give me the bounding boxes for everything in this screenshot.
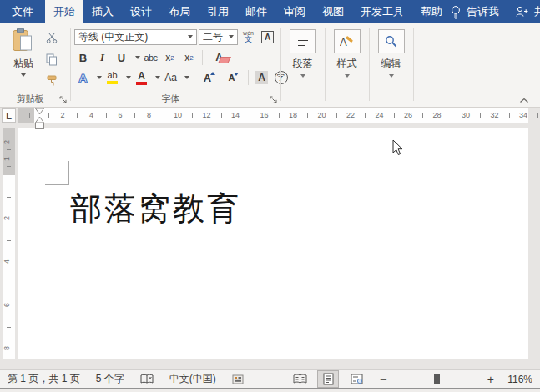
ruler-tick bbox=[7, 284, 11, 284]
change-case-caret-icon[interactable] bbox=[184, 76, 189, 79]
zoom-slider-handle[interactable] bbox=[434, 374, 440, 384]
ruler-number: 28 bbox=[432, 111, 441, 120]
tab-开发工具[interactable]: 开发工具 bbox=[352, 0, 412, 23]
character-shading-button[interactable]: A bbox=[253, 69, 270, 86]
bold-button[interactable]: B bbox=[74, 49, 92, 66]
separator bbox=[248, 70, 249, 85]
zoom-out-button[interactable]: − bbox=[380, 372, 387, 386]
ribbon-tab-bar: 文件 开始插入设计布局引用邮件审阅视图开发工具帮助 告诉我 共享 bbox=[0, 0, 540, 23]
cut-button[interactable] bbox=[42, 28, 62, 47]
ruler-tick bbox=[509, 113, 510, 118]
tab-邮件[interactable]: 邮件 bbox=[237, 0, 275, 23]
subscript-button[interactable]: x2 bbox=[161, 49, 179, 66]
paragraph-group-button[interactable]: 段落 bbox=[281, 23, 324, 107]
font-dialog-launcher-icon[interactable] bbox=[269, 95, 278, 104]
ruler-tick bbox=[452, 113, 452, 118]
zoom-in-button[interactable]: + bbox=[487, 373, 494, 386]
shrink-font-icon: A bbox=[229, 73, 235, 83]
text-effects-caret-icon[interactable] bbox=[97, 76, 102, 79]
clear-formatting-button[interactable]: A bbox=[210, 49, 228, 66]
macro-record-button[interactable] bbox=[232, 374, 244, 384]
tab-帮助[interactable]: 帮助 bbox=[412, 0, 451, 23]
highlight-icon: ab bbox=[107, 71, 118, 84]
ruler-tick bbox=[394, 113, 395, 118]
group-divider bbox=[413, 28, 414, 101]
collapse-ribbon-chevron-icon[interactable] bbox=[519, 98, 529, 103]
web-layout-icon bbox=[351, 374, 363, 384]
ruler-number: 8 bbox=[3, 346, 11, 350]
text-effects-button[interactable]: A bbox=[74, 69, 92, 86]
highlight-button[interactable]: ab bbox=[103, 69, 121, 86]
paste-dropdown-caret[interactable] bbox=[21, 73, 26, 77]
tab-file[interactable]: 文件 bbox=[0, 0, 45, 23]
ruler-margin-zone bbox=[18, 108, 34, 123]
ruler-row: L 246810121416182022242628303234 bbox=[0, 108, 540, 125]
paste-button[interactable]: 粘贴 bbox=[7, 28, 40, 93]
document-text[interactable]: 部落窝教育 bbox=[70, 188, 241, 230]
zoom-level[interactable]: 116% bbox=[502, 374, 532, 385]
tab-布局[interactable]: 布局 bbox=[160, 0, 199, 23]
horizontal-ruler[interactable]: 246810121416182022242628303234 bbox=[18, 108, 528, 123]
character-border-button[interactable]: A bbox=[259, 28, 276, 45]
page-indicator[interactable]: 第 1 页，共 1 页 bbox=[8, 372, 80, 386]
ruler-number: 2 bbox=[3, 140, 11, 144]
ruler-number: 10 bbox=[174, 111, 182, 120]
ruler-tick bbox=[307, 113, 308, 118]
language-indicator[interactable]: 中文(中国) bbox=[169, 372, 216, 386]
zoom-slider[interactable] bbox=[394, 374, 481, 384]
ruler-tick bbox=[164, 113, 164, 118]
font-name-caret-icon[interactable] bbox=[188, 35, 193, 38]
tell-me-label[interactable]: 告诉我 bbox=[467, 4, 499, 19]
tab-视图[interactable]: 视图 bbox=[314, 0, 352, 23]
ruler-tick bbox=[250, 113, 250, 118]
ruler-number: 14 bbox=[231, 111, 240, 120]
styles-icon: A bbox=[340, 35, 354, 48]
editing-group-button[interactable]: 编辑 bbox=[370, 23, 412, 107]
tab-stop-selector[interactable]: L bbox=[2, 108, 16, 123]
ruler-tick bbox=[192, 113, 193, 118]
vertical-ruler[interactable]: 212468 bbox=[3, 128, 15, 359]
underline-caret-icon[interactable] bbox=[135, 56, 140, 59]
ruler-tick bbox=[48, 113, 49, 118]
change-case-button[interactable]: Aa bbox=[162, 69, 179, 86]
ruler-number: 32 bbox=[490, 111, 498, 120]
tab-设计[interactable]: 设计 bbox=[122, 0, 160, 23]
indent-markers[interactable] bbox=[34, 108, 45, 130]
underline-button[interactable]: U bbox=[113, 49, 130, 66]
mouse-cursor-icon bbox=[392, 139, 403, 156]
font-color-caret-icon[interactable] bbox=[155, 76, 160, 79]
read-mode-button[interactable] bbox=[290, 371, 310, 387]
font-size-combo[interactable]: 二号 bbox=[199, 29, 238, 45]
share-button[interactable]: 共享 bbox=[534, 4, 540, 19]
word-count[interactable]: 5 个字 bbox=[96, 372, 124, 386]
ruler-tick bbox=[29, 113, 30, 118]
document-page[interactable]: 部落窝教育 bbox=[18, 128, 528, 359]
styles-group-label: 样式 bbox=[337, 57, 357, 71]
paragraph-lines-icon bbox=[297, 37, 309, 47]
strikethrough-button[interactable]: abc bbox=[142, 49, 159, 66]
copy-button[interactable] bbox=[42, 50, 62, 68]
tab-插入[interactable]: 插入 bbox=[83, 0, 122, 23]
proofing-status-button[interactable] bbox=[140, 374, 154, 384]
grow-font-button[interactable]: A bbox=[199, 69, 216, 86]
ruler-tick bbox=[23, 113, 23, 118]
highlight-caret-icon[interactable] bbox=[126, 76, 131, 79]
clipboard-dialog-launcher-icon[interactable] bbox=[58, 95, 68, 104]
styles-group-button[interactable]: A 样式 bbox=[326, 23, 368, 107]
print-layout-button[interactable] bbox=[318, 371, 338, 387]
font-name-combo[interactable]: 等线 (中文正文) bbox=[74, 29, 197, 45]
tab-审阅[interactable]: 审阅 bbox=[275, 0, 314, 23]
font-size-caret-icon[interactable] bbox=[229, 35, 234, 38]
svg-text:A: A bbox=[340, 36, 347, 48]
shrink-font-button[interactable]: A bbox=[223, 69, 240, 86]
italic-button[interactable]: I bbox=[93, 49, 111, 66]
tab-引用[interactable]: 引用 bbox=[199, 0, 237, 23]
web-layout-button[interactable] bbox=[346, 371, 366, 387]
lightbulb-icon[interactable] bbox=[451, 5, 461, 19]
clipboard-column bbox=[42, 28, 62, 90]
font-color-button[interactable]: A bbox=[133, 69, 150, 86]
tab-开始[interactable]: 开始 bbox=[45, 0, 83, 23]
phonetic-guide-button[interactable]: wén 文 bbox=[240, 28, 257, 45]
superscript-button[interactable]: x2 bbox=[180, 49, 198, 66]
format-painter-button[interactable] bbox=[42, 72, 62, 90]
